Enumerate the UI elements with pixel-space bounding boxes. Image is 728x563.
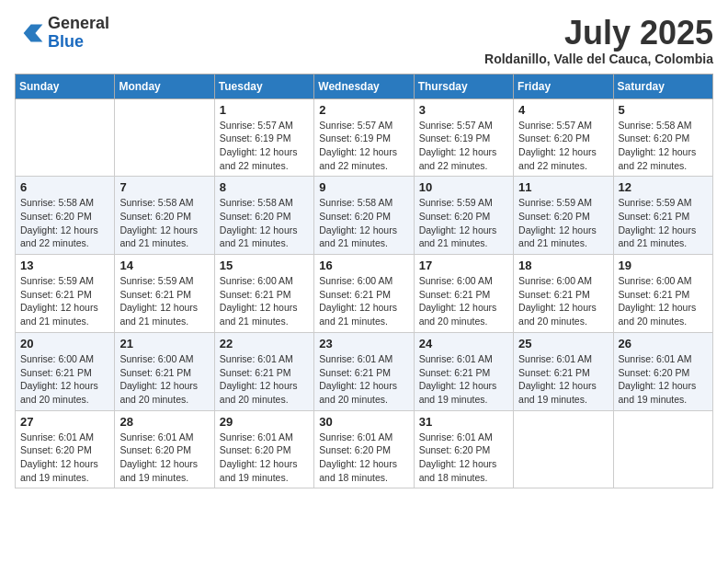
day-info: Sunrise: 5:58 AM Sunset: 6:20 PM Dayligh… (319, 196, 408, 250)
calendar-cell: 25Sunrise: 6:01 AM Sunset: 6:21 PM Dayli… (514, 332, 613, 410)
weekday-header-wednesday: Wednesday (314, 74, 414, 98)
day-info: Sunrise: 5:59 AM Sunset: 6:21 PM Dayligh… (20, 274, 109, 328)
day-number: 16 (319, 259, 408, 272)
calendar-cell: 12Sunrise: 5:59 AM Sunset: 6:21 PM Dayli… (613, 177, 712, 255)
day-number: 15 (220, 259, 309, 272)
day-number: 13 (20, 259, 109, 272)
day-number: 1 (220, 103, 309, 117)
calendar-cell: 29Sunrise: 6:01 AM Sunset: 6:20 PM Dayli… (214, 410, 313, 488)
day-number: 25 (518, 337, 608, 350)
calendar-table: SundayMondayTuesdayWednesdayThursdayFrid… (15, 74, 713, 489)
logo: General Blue (15, 15, 109, 52)
weekday-header-monday: Monday (115, 74, 214, 98)
day-info: Sunrise: 5:59 AM Sunset: 6:20 PM Dayligh… (419, 196, 508, 250)
day-number: 24 (419, 337, 508, 350)
day-info: Sunrise: 6:00 AM Sunset: 6:21 PM Dayligh… (419, 274, 508, 328)
calendar-week-row: 27Sunrise: 6:01 AM Sunset: 6:20 PM Dayli… (16, 410, 713, 488)
day-info: Sunrise: 5:57 AM Sunset: 6:19 PM Dayligh… (419, 119, 508, 173)
calendar-cell: 3Sunrise: 5:57 AM Sunset: 6:19 PM Daylig… (414, 98, 513, 177)
calendar-cell: 5Sunrise: 5:58 AM Sunset: 6:20 PM Daylig… (613, 98, 712, 177)
day-info: Sunrise: 6:01 AM Sunset: 6:21 PM Dayligh… (419, 352, 508, 407)
location-subtitle: Roldanillo, Valle del Cauca, Colombia (484, 52, 713, 66)
calendar-cell: 13Sunrise: 5:59 AM Sunset: 6:21 PM Dayli… (16, 255, 115, 333)
day-number: 26 (619, 337, 708, 350)
day-number: 2 (319, 103, 408, 117)
day-number: 3 (419, 103, 508, 117)
calendar-cell: 15Sunrise: 6:00 AM Sunset: 6:21 PM Dayli… (214, 255, 313, 333)
day-number: 23 (319, 337, 408, 350)
day-info: Sunrise: 5:58 AM Sunset: 6:20 PM Dayligh… (220, 196, 309, 250)
weekday-header-friday: Friday (514, 74, 613, 98)
day-info: Sunrise: 5:59 AM Sunset: 6:21 PM Dayligh… (119, 274, 209, 328)
calendar-cell: 7Sunrise: 5:58 AM Sunset: 6:20 PM Daylig… (115, 177, 214, 255)
day-info: Sunrise: 6:01 AM Sunset: 6:20 PM Dayligh… (20, 431, 109, 485)
calendar-cell: 17Sunrise: 6:00 AM Sunset: 6:21 PM Dayli… (414, 255, 513, 333)
day-number: 28 (119, 415, 209, 429)
calendar-cell: 23Sunrise: 6:01 AM Sunset: 6:21 PM Dayli… (314, 332, 414, 410)
day-number: 5 (619, 103, 708, 117)
day-info: Sunrise: 5:59 AM Sunset: 6:20 PM Dayligh… (518, 196, 608, 250)
day-info: Sunrise: 6:00 AM Sunset: 6:21 PM Dayligh… (119, 352, 209, 407)
calendar-cell (16, 98, 115, 177)
day-number: 29 (220, 415, 309, 429)
day-number: 6 (20, 180, 109, 194)
calendar-cell: 22Sunrise: 6:01 AM Sunset: 6:21 PM Dayli… (214, 332, 313, 410)
calendar-cell: 24Sunrise: 6:01 AM Sunset: 6:21 PM Dayli… (414, 332, 513, 410)
day-number: 21 (119, 337, 209, 350)
calendar-cell: 4Sunrise: 5:57 AM Sunset: 6:20 PM Daylig… (514, 98, 613, 177)
calendar-week-row: 13Sunrise: 5:59 AM Sunset: 6:21 PM Dayli… (16, 255, 713, 333)
logo-blue: Blue (48, 33, 109, 52)
calendar-cell: 14Sunrise: 5:59 AM Sunset: 6:21 PM Dayli… (115, 255, 214, 333)
calendar-cell (115, 98, 214, 177)
day-number: 8 (220, 180, 309, 194)
weekday-header-tuesday: Tuesday (214, 74, 313, 98)
calendar-cell: 11Sunrise: 5:59 AM Sunset: 6:20 PM Dayli… (514, 177, 613, 255)
weekday-header-thursday: Thursday (414, 74, 513, 98)
day-info: Sunrise: 6:00 AM Sunset: 6:21 PM Dayligh… (619, 274, 708, 328)
calendar-cell: 30Sunrise: 6:01 AM Sunset: 6:20 PM Dayli… (314, 410, 414, 488)
day-info: Sunrise: 6:00 AM Sunset: 6:21 PM Dayligh… (220, 274, 309, 328)
day-number: 18 (518, 259, 608, 272)
day-number: 27 (20, 415, 109, 429)
day-number: 11 (518, 180, 608, 194)
day-info: Sunrise: 6:01 AM Sunset: 6:20 PM Dayligh… (419, 431, 508, 485)
day-info: Sunrise: 5:58 AM Sunset: 6:20 PM Dayligh… (119, 196, 209, 250)
day-number: 7 (119, 180, 209, 194)
day-number: 9 (319, 180, 408, 194)
day-info: Sunrise: 5:58 AM Sunset: 6:20 PM Dayligh… (20, 196, 109, 250)
logo-text: General Blue (48, 15, 109, 52)
day-info: Sunrise: 6:01 AM Sunset: 6:20 PM Dayligh… (220, 431, 309, 485)
svg-marker-0 (24, 24, 43, 41)
calendar-week-row: 6Sunrise: 5:58 AM Sunset: 6:20 PM Daylig… (16, 177, 713, 255)
day-info: Sunrise: 5:57 AM Sunset: 6:19 PM Dayligh… (319, 119, 408, 173)
calendar-cell: 20Sunrise: 6:00 AM Sunset: 6:21 PM Dayli… (16, 332, 115, 410)
calendar-cell: 27Sunrise: 6:01 AM Sunset: 6:20 PM Dayli… (16, 410, 115, 488)
calendar-cell (514, 410, 613, 488)
day-info: Sunrise: 6:01 AM Sunset: 6:20 PM Dayligh… (619, 352, 708, 407)
calendar-cell: 26Sunrise: 6:01 AM Sunset: 6:20 PM Dayli… (613, 332, 712, 410)
day-number: 10 (419, 180, 508, 194)
logo-icon (15, 18, 44, 48)
calendar-cell: 31Sunrise: 6:01 AM Sunset: 6:20 PM Dayli… (414, 410, 513, 488)
weekday-header-saturday: Saturday (613, 74, 712, 98)
day-info: Sunrise: 6:01 AM Sunset: 6:20 PM Dayligh… (119, 431, 209, 485)
day-number: 4 (518, 103, 608, 117)
day-info: Sunrise: 6:01 AM Sunset: 6:21 PM Dayligh… (319, 352, 408, 407)
calendar-cell: 1Sunrise: 5:57 AM Sunset: 6:19 PM Daylig… (214, 98, 313, 177)
logo-general: General (48, 15, 109, 33)
day-info: Sunrise: 6:01 AM Sunset: 6:21 PM Dayligh… (220, 352, 309, 407)
day-number: 22 (220, 337, 309, 350)
calendar-cell: 2Sunrise: 5:57 AM Sunset: 6:19 PM Daylig… (314, 98, 414, 177)
day-info: Sunrise: 5:59 AM Sunset: 6:21 PM Dayligh… (619, 196, 708, 250)
day-number: 31 (419, 415, 508, 429)
day-number: 14 (119, 259, 209, 272)
calendar-cell: 19Sunrise: 6:00 AM Sunset: 6:21 PM Dayli… (613, 255, 712, 333)
calendar-cell: 21Sunrise: 6:00 AM Sunset: 6:21 PM Dayli… (115, 332, 214, 410)
calendar-cell: 18Sunrise: 6:00 AM Sunset: 6:21 PM Dayli… (514, 255, 613, 333)
day-info: Sunrise: 5:58 AM Sunset: 6:20 PM Dayligh… (619, 119, 708, 173)
title-block: July 2025 Roldanillo, Valle del Cauca, C… (484, 15, 713, 66)
day-number: 20 (20, 337, 109, 350)
calendar-cell: 6Sunrise: 5:58 AM Sunset: 6:20 PM Daylig… (16, 177, 115, 255)
calendar-cell (613, 410, 712, 488)
calendar-cell: 28Sunrise: 6:01 AM Sunset: 6:20 PM Dayli… (115, 410, 214, 488)
